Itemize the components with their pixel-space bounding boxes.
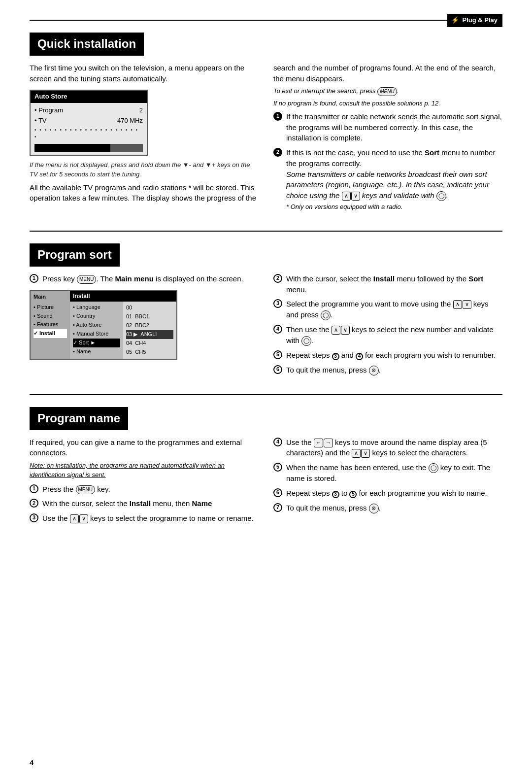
program-sort-title: Program sort: [30, 243, 120, 267]
menu-country: • Country: [73, 312, 120, 321]
menu-main-title: Main: [33, 293, 67, 301]
ok-key: ◯: [436, 191, 446, 201]
dots-row: • • • • • • • • • • • • • • • • • • • • …: [34, 127, 143, 141]
menu-key-name: MENU: [76, 485, 95, 494]
left-key: ←: [314, 439, 323, 447]
auto-store-row-program: • Program 2: [34, 106, 143, 115]
ok-key-name: ◯: [429, 463, 438, 473]
menu-right-panel: Install • Language • Country • Auto Stor…: [70, 291, 176, 359]
quick-install-steps: 1 If the transmitter or cable network se…: [273, 111, 502, 212]
quick-install-step-1: 1 If the transmitter or cable network se…: [273, 111, 502, 143]
up-key-2: ∧: [453, 300, 462, 309]
up-key-3: ∧: [332, 326, 340, 335]
down-key-5: ∨: [361, 449, 370, 458]
name-step-4: 4 Use the ←→ keys to move around the nam…: [273, 437, 502, 459]
up-down-keys-4: ∧∨: [70, 514, 88, 523]
name-step-num-6: 6: [273, 488, 282, 497]
name-step-7: 7 To quit the menus, press ⊗.: [273, 503, 502, 513]
name-step-3-text: Use the ∧∨ keys to select the programme …: [42, 513, 254, 524]
program-name-right-steps: 4 Use the ←→ keys to move around the nam…: [273, 437, 502, 513]
menu-autostore: • Auto Store: [73, 321, 120, 330]
channel-04: 04CH4: [126, 339, 173, 348]
auto-store-caption: If the menu is not displayed, press and …: [30, 161, 259, 179]
down-key-3: ∨: [341, 326, 350, 335]
quick-install-step-2: 2 If this is not the case, you need to u…: [273, 147, 502, 212]
program-name-left: If required, you can give a name to the …: [30, 437, 259, 528]
menu-install-header: Install: [70, 291, 176, 302]
sort-step-6: 6 To quit the menus, press ⊗.: [273, 365, 502, 375]
sort-step-5-text: Repeat steps 3 and 4 for each program yo…: [286, 350, 496, 361]
menu-features: • Features: [33, 320, 67, 329]
channel-01: 01BBC1: [126, 312, 173, 321]
ref-step-3: 3: [332, 353, 339, 360]
program-sort-right: 2 With the cursor, select the Install me…: [273, 273, 502, 379]
menu-install-body: • Language • Country • Auto Store • Manu…: [70, 302, 176, 359]
program-label: • Program: [34, 106, 63, 115]
sort-step-num-2: 2: [273, 274, 282, 283]
ref-step-3b: 3: [332, 491, 339, 498]
sort-step-1: 1 Press key MENU. The Main menu is displ…: [30, 273, 259, 284]
name-step-7-text: To quit the menus, press ⊗.: [286, 503, 381, 513]
page-number: 4: [30, 757, 33, 768]
program-name-title: Program name: [30, 407, 128, 430]
ref-step-4: 4: [356, 353, 363, 360]
program-name-intro: If required, you can give a name to the …: [30, 437, 259, 459]
quit-key-2: ⊗: [369, 504, 379, 513]
menu-install-items: • Language • Country • Auto Store • Manu…: [70, 302, 123, 359]
program-sort-left: 1 Press key MENU. The Main menu is displ…: [30, 273, 259, 379]
quick-installation-title: Quick installation: [30, 33, 144, 56]
sort-menu-box: Main • Picture • Sound • Features ✓ Inst…: [30, 290, 177, 360]
channel-list: 00 01BBC1 02BBC2 03 ▶ANGLI 04CH4 05CH5: [123, 302, 176, 359]
name-step-5: 5 When the name has been entered, use th…: [273, 462, 502, 484]
sort-step-4-text: Then use the ∧∨ keys to select the new n…: [286, 324, 502, 346]
auto-store-header: Auto Store: [31, 91, 147, 103]
exit-search-caption: To exit or interrupt the search, press M…: [273, 87, 502, 96]
name-step-1-text: Press the MENU key.: [42, 484, 110, 495]
ok-key-2: ◯: [321, 310, 331, 320]
program-name-section: Program name If required, you can give a…: [30, 394, 502, 528]
tv-label: • TV: [34, 116, 47, 126]
down-key-4: ∨: [79, 514, 88, 523]
step-2-text: If this is not the case, you need to use…: [286, 147, 502, 212]
sort-step-num-4: 4: [273, 325, 282, 334]
sort-step-3: 3 Select the programme you want to move …: [273, 299, 502, 320]
step-num-1: 1: [273, 112, 282, 121]
sort-step-num-1: 1: [30, 274, 38, 283]
auto-store-box: Auto Store • Program 2 • TV 470 MHz • • …: [30, 90, 148, 156]
quit-key-1: ⊗: [369, 366, 379, 375]
name-step-num-7: 7: [273, 503, 282, 512]
sort-step-5: 5 Repeat steps 3 and 4 for each program …: [273, 350, 502, 361]
auto-store-body: • Program 2 • TV 470 MHz • • • • • • • •…: [31, 103, 147, 155]
channel-05: 05CH5: [126, 348, 173, 357]
progress-bar-inner: [34, 144, 110, 152]
quick-installation-left: The first time you switch on the televis…: [30, 63, 259, 216]
badge-text: Plug & Play: [462, 16, 498, 25]
menu-sound: • Sound: [33, 312, 67, 321]
name-step-4-text: Use the ←→ keys to move around the name …: [286, 437, 502, 459]
menu-left-panel: Main • Picture • Sound • Features ✓ Inst…: [31, 291, 70, 359]
name-step-3: 3 Use the ∧∨ keys to select the programm…: [30, 513, 259, 524]
menu-install: ✓ Install: [33, 329, 67, 338]
name-step-2-text: With the cursor, select the Install menu…: [42, 498, 212, 509]
up-down-keys-2: ∧∨: [453, 300, 471, 309]
sort-step-2-text: With the cursor, select the Install menu…: [286, 273, 502, 295]
program-name-note: Note: on installation, the programs are …: [30, 461, 259, 480]
auto-store-row-tv: • TV 470 MHz: [34, 116, 143, 126]
menu-language: • Language: [73, 303, 120, 312]
quick-installation-section: Quick installation The first time you sw…: [30, 20, 502, 216]
sort-step-num-5: 5: [273, 350, 282, 359]
name-step-5-text: When the name has been entered, use the …: [286, 462, 502, 484]
menu-manualstore: • Manual Store: [73, 330, 120, 339]
down-key-2: ∨: [463, 300, 471, 309]
plug-icon: ⚡: [451, 16, 459, 25]
up-key: ∧: [342, 192, 351, 201]
up-down-keys: ∧∨: [342, 192, 360, 201]
name-step-num-5: 5: [273, 463, 282, 472]
down-key: ∨: [351, 192, 360, 201]
menu-name: • Name: [73, 347, 120, 356]
name-step-2: 2 With the cursor, select the Install me…: [30, 498, 259, 509]
up-down-keys-3: ∧∨: [332, 326, 350, 335]
asterisk-note: * Only on versions equipped with a radio…: [286, 203, 402, 210]
program-value: 2: [139, 106, 143, 115]
sort-step-1-text: Press key MENU. The Main menu is display…: [42, 273, 243, 284]
